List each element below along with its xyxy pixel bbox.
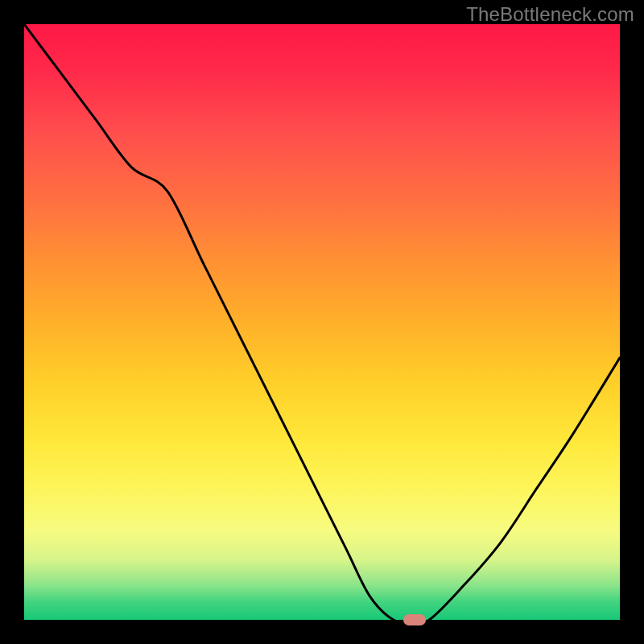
curve-svg: [24, 24, 620, 620]
curve-path: [24, 24, 620, 620]
watermark-text: TheBottleneck.com: [466, 3, 634, 26]
minimum-marker: [403, 614, 426, 625]
chart-frame: TheBottleneck.com: [0, 0, 644, 644]
plot-area: [24, 24, 620, 620]
